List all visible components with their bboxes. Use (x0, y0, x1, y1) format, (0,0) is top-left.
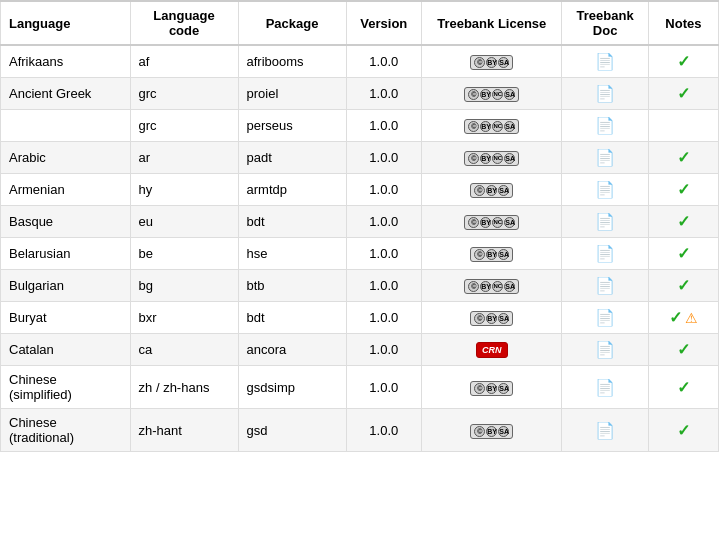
cell-version: 1.0.0 (346, 45, 422, 78)
cell-version: 1.0.0 (346, 174, 422, 206)
cell-doc: 📄 (562, 174, 648, 206)
check-icon: ✓ (677, 53, 690, 70)
check-icon: ✓ (677, 422, 690, 439)
cell-language: Belarusian (1, 238, 131, 270)
cell-notes (648, 110, 718, 142)
table-row: grc perseus 1.0.0 © BY NC SA 📄 (1, 110, 719, 142)
table-row: Armenian hy armtdp 1.0.0 © BY SA 📄 ✓ (1, 174, 719, 206)
cell-license: CRN (422, 334, 562, 366)
cell-license: © BY NC SA (422, 142, 562, 174)
header-version: Version (346, 1, 422, 45)
header-code: Language code (130, 1, 238, 45)
cell-package: bdt (238, 206, 346, 238)
cell-notes: ✓ (648, 334, 718, 366)
cell-package: padt (238, 142, 346, 174)
cell-doc: 📄 (562, 206, 648, 238)
header-package: Package (238, 1, 346, 45)
cell-language: Basque (1, 206, 131, 238)
doc-icon: 📄 (595, 213, 615, 230)
cell-license: © BY SA (422, 409, 562, 452)
cell-license: © BY NC SA (422, 270, 562, 302)
doc-icon: 📄 (595, 245, 615, 262)
cell-code: ca (130, 334, 238, 366)
cell-notes: ✓ ⚠ (648, 302, 718, 334)
table-row: Belarusian be hse 1.0.0 © BY SA 📄 ✓ (1, 238, 719, 270)
doc-icon: 📄 (595, 53, 615, 70)
header-license: Treebank License (422, 1, 562, 45)
cell-doc: 📄 (562, 238, 648, 270)
cell-package: bdt (238, 302, 346, 334)
cell-notes: ✓ (648, 409, 718, 452)
cell-version: 1.0.0 (346, 206, 422, 238)
cell-notes: ✓ (648, 238, 718, 270)
check-icon: ✓ (677, 379, 690, 396)
cell-doc: 📄 (562, 142, 648, 174)
cell-version: 1.0.0 (346, 238, 422, 270)
doc-icon: 📄 (595, 117, 615, 134)
cell-version: 1.0.0 (346, 142, 422, 174)
cell-code: grc (130, 110, 238, 142)
cell-notes: ✓ (648, 142, 718, 174)
cell-version: 1.0.0 (346, 270, 422, 302)
cell-notes: ✓ (648, 366, 718, 409)
check-icon: ✓ (677, 277, 690, 294)
table-row: Arabic ar padt 1.0.0 © BY NC SA 📄 ✓ (1, 142, 719, 174)
cell-language (1, 110, 131, 142)
cell-doc: 📄 (562, 366, 648, 409)
cell-license: © BY SA (422, 45, 562, 78)
cell-code: zh / zh-hans (130, 366, 238, 409)
cell-package: perseus (238, 110, 346, 142)
cell-code: af (130, 45, 238, 78)
check-icon: ✓ (677, 85, 690, 102)
cell-version: 1.0.0 (346, 78, 422, 110)
cell-doc: 📄 (562, 409, 648, 452)
check-icon: ✓ (677, 181, 690, 198)
cell-code: grc (130, 78, 238, 110)
cell-code: bg (130, 270, 238, 302)
cell-language: Ancient Greek (1, 78, 131, 110)
cell-notes: ✓ (648, 174, 718, 206)
cell-package: proiel (238, 78, 346, 110)
table-row: Basque eu bdt 1.0.0 © BY NC SA 📄 ✓ (1, 206, 719, 238)
cell-language: Afrikaans (1, 45, 131, 78)
check-icon: ✓ (677, 149, 690, 166)
header-doc: Treebank Doc (562, 1, 648, 45)
table-row: Bulgarian bg btb 1.0.0 © BY NC SA 📄 ✓ (1, 270, 719, 302)
doc-icon: 📄 (595, 277, 615, 294)
cell-code: hy (130, 174, 238, 206)
cell-notes: ✓ (648, 206, 718, 238)
cell-code: be (130, 238, 238, 270)
cell-notes: ✓ (648, 270, 718, 302)
table-row: Afrikaans af afribooms 1.0.0 © BY SA 📄 ✓ (1, 45, 719, 78)
cell-doc: 📄 (562, 110, 648, 142)
table-row: Chinese (traditional) zh-hant gsd 1.0.0 … (1, 409, 719, 452)
doc-icon: 📄 (595, 149, 615, 166)
header-language: Language (1, 1, 131, 45)
check-icon: ✓ (677, 213, 690, 230)
check-icon: ✓ (677, 245, 690, 262)
cell-license: © BY NC SA (422, 110, 562, 142)
cell-code: bxr (130, 302, 238, 334)
cell-package: ancora (238, 334, 346, 366)
cell-language: Arabic (1, 142, 131, 174)
cell-doc: 📄 (562, 78, 648, 110)
cell-license: © BY NC SA (422, 206, 562, 238)
cell-license: © BY SA (422, 238, 562, 270)
cell-code: zh-hant (130, 409, 238, 452)
cell-language: Armenian (1, 174, 131, 206)
cell-license: © BY SA (422, 174, 562, 206)
table-row: Chinese (simplified) zh / zh-hans gsdsim… (1, 366, 719, 409)
doc-icon: 📄 (595, 379, 615, 396)
check-icon: ✓ (669, 309, 682, 326)
doc-icon: 📄 (595, 85, 615, 102)
check-icon: ✓ (677, 341, 690, 358)
cell-package: hse (238, 238, 346, 270)
table-row: Catalan ca ancora 1.0.0 CRN 📄 ✓ (1, 334, 719, 366)
table-row: Ancient Greek grc proiel 1.0.0 © BY NC S… (1, 78, 719, 110)
warning-icon: ⚠ (685, 310, 698, 326)
cell-package: afribooms (238, 45, 346, 78)
cell-doc: 📄 (562, 302, 648, 334)
cell-package: armtdp (238, 174, 346, 206)
cell-language: Chinese (traditional) (1, 409, 131, 452)
cell-notes: ✓ (648, 78, 718, 110)
